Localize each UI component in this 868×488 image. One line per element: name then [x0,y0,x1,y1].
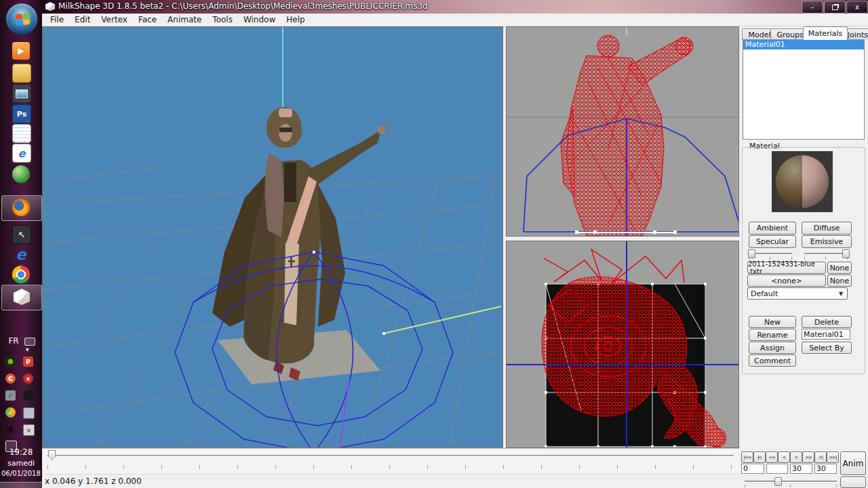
perspective-scene [43,27,502,447]
slider-tick [804,257,805,260]
materials-listbox[interactable]: Material01 [743,39,865,140]
diffuse-button[interactable]: Diffuse [802,222,852,235]
emissive-button[interactable]: Emissive [802,235,852,248]
window-title: MilkShape 3D 1.8.5 beta2 - C:\Users\Admi… [58,1,428,11]
alphamap-button[interactable]: <none> [747,274,826,287]
menu-vertex[interactable]: Vertex [96,15,133,24]
milkshape-taskbar-button[interactable] [1,285,42,310]
network-status-tray-icon[interactable]: × [23,424,35,436]
forward-button[interactable]: >> [802,451,814,463]
clock-date[interactable]: 06/01/2018 [0,470,42,477]
end-frame-field[interactable] [814,464,837,474]
internet-explorer-icon[interactable]: e [12,245,30,263]
viewport-perspective[interactable] [42,26,503,448]
rewind-button[interactable]: << [766,451,778,463]
frame-field-2[interactable] [766,464,788,474]
internet-explorer-tile-icon[interactable]: e [12,144,31,163]
last-frame-button[interactable]: >>| [827,451,839,463]
menu-animate[interactable]: Animate [162,15,207,24]
total-frames-field[interactable] [790,464,812,474]
start-button[interactable] [5,3,38,35]
shader-dropdown-value: Default [751,289,778,298]
current-frame-field[interactable] [741,464,764,474]
language-indicator[interactable]: FR [0,336,27,346]
keyboard-layout-icon[interactable] [24,338,35,346]
title-bar[interactable]: MilkShape 3D 1.8.5 beta2 - C:\Users\Admi… [42,0,868,14]
notepad-icon[interactable] [12,124,31,143]
first-frame-button[interactable]: |<< [741,451,753,463]
milkshape-icon [14,289,30,305]
viewport-front[interactable] [506,26,739,237]
play-bar-button[interactable] [840,476,866,488]
display-settings-icon[interactable] [12,84,31,103]
shader-dropdown[interactable]: Default ▼ [747,287,848,300]
ccleaner-tray-icon[interactable]: C [5,373,16,384]
next-keyframe-button[interactable]: >| [814,451,827,463]
menu-face[interactable]: Face [133,15,162,24]
clock-time[interactable]: 19:28 [0,447,42,457]
usb-eject-tray-icon[interactable]: ✓ [5,390,16,401]
update-check-tray-icon[interactable]: ✓ [5,407,16,418]
menu-window[interactable]: Window [238,15,281,24]
new-button[interactable]: New [749,316,796,328]
texture-none-button[interactable]: None [827,262,852,274]
menu-file[interactable]: File [45,15,69,24]
explorer-folder-icon[interactable] [12,64,31,83]
alphamap-none-button[interactable]: None [827,274,852,287]
assign-button[interactable]: Assign [749,342,796,354]
show-desktop-button[interactable] [0,482,42,488]
firefox-icon [12,199,30,216]
transparency-slider[interactable] [804,253,848,255]
rename-button[interactable]: Rename [749,329,796,341]
chrome-icon[interactable] [12,266,30,283]
tab-materials[interactable]: Materials [803,26,848,40]
next-frame-button[interactable]: > [790,451,802,463]
nvidia-tray-icon[interactable] [5,357,16,367]
transparency-slider-thumb[interactable] [842,249,850,258]
restore-button[interactable] [824,1,846,14]
language-menu-arrow-icon[interactable]: ▼ [26,347,29,352]
frame-slider-thumb[interactable] [774,477,782,486]
slider-tick [790,485,791,487]
menu-tools[interactable]: Tools [207,15,238,24]
firefox-taskbar-button[interactable] [1,195,42,221]
chevron-down-icon: ▼ [836,289,846,298]
prev-frame-button[interactable]: < [778,451,790,463]
viewport-top[interactable] [506,241,739,448]
select-by-button[interactable]: Select By [802,342,852,354]
slider-tick [745,485,745,487]
keyframe-track[interactable] [47,455,734,457]
menu-help[interactable]: Help [281,15,310,24]
slider-tick [825,257,826,260]
specular-button[interactable]: Specular [749,235,796,248]
media-player-icon[interactable]: ▶ [12,42,30,60]
error-x-tray-icon[interactable]: × [23,373,33,384]
satellite-dish-tray-icon[interactable] [23,390,33,401]
rename-input[interactable] [802,329,850,340]
shininess-slider[interactable] [749,253,792,255]
prev-keyframe-button[interactable]: |< [753,451,766,463]
green-globe-icon[interactable] [12,165,30,183]
material-list-item[interactable]: Material01 [743,40,864,49]
menu-edit[interactable]: Edit [69,15,96,24]
volume-tray-icon[interactable] [5,424,16,434]
ambient-button[interactable]: Ambient [749,222,796,235]
app-window-icon [45,2,55,11]
texture-button[interactable]: 2011-1524331-blue .txtr [747,262,826,274]
close-button[interactable]: x [846,1,868,14]
monitor-tray-icon[interactable] [23,407,35,419]
clock-day[interactable]: samedi [0,459,42,468]
delete-button[interactable]: Delete [802,316,852,328]
comment-button[interactable]: Comment [749,354,796,367]
frame-slider[interactable] [745,481,837,483]
slider-tick [749,257,749,260]
dark-arrow-app-icon[interactable]: ↖ [12,225,31,244]
photoshop-icon[interactable]: Ps [12,104,31,123]
minimize-button[interactable]: – [802,1,823,14]
keyframe-bar[interactable] [42,448,739,474]
keyframe-thumb[interactable] [48,450,56,461]
red-p-tray-icon[interactable]: P [23,357,33,367]
keyframe-ticks [47,465,734,469]
taskbar: ▶ Ps e ↖ e FR ▼ P C × ✓ ✓ × 19:28 samedi… [0,0,42,488]
anim-toggle-button[interactable]: Anim [840,451,866,475]
